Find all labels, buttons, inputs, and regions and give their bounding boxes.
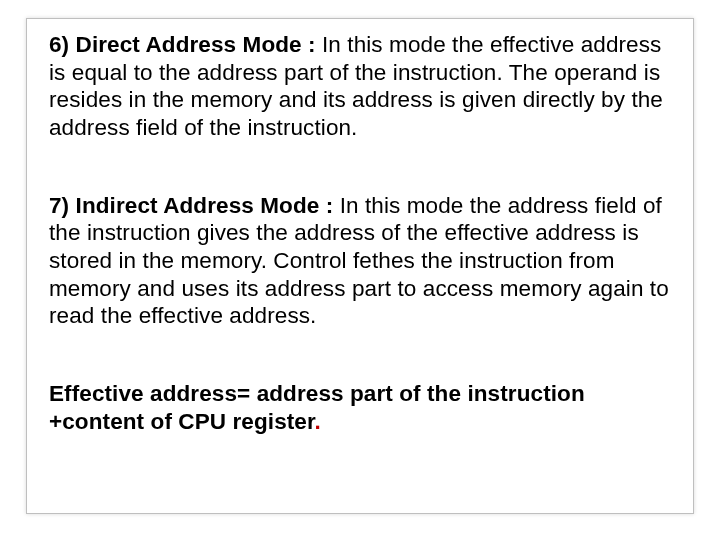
section-7-title: 7) Indirect Address Mode : xyxy=(49,193,340,218)
section-6: 6) Direct Address Mode : In this mode th… xyxy=(49,31,671,142)
slide: 6) Direct Address Mode : In this mode th… xyxy=(0,0,720,540)
section-6-title: 6) Direct Address Mode : xyxy=(49,32,322,57)
content-box: 6) Direct Address Mode : In this mode th… xyxy=(26,18,694,514)
section-7: 7) Indirect Address Mode : In this mode … xyxy=(49,192,671,330)
formula-line: Effective address= address part of the i… xyxy=(49,380,671,435)
formula-dot: . xyxy=(315,409,321,434)
